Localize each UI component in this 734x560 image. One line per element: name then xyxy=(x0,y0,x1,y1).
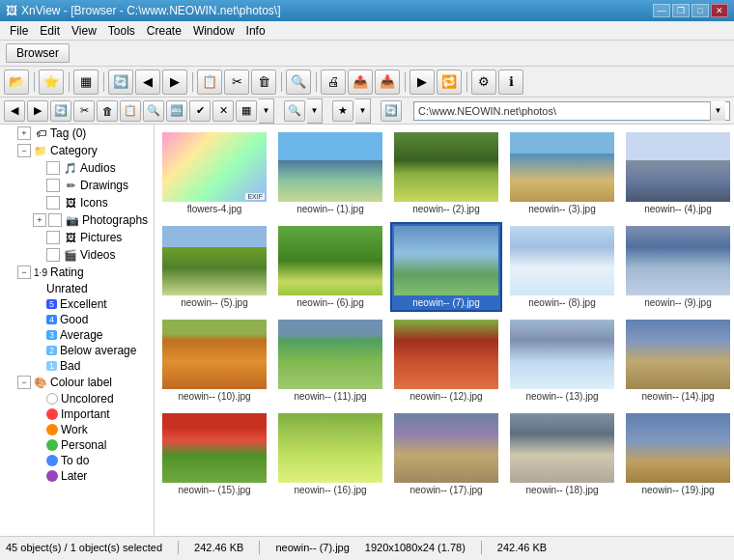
sidebar-item-rating[interactable]: − 1·9 Rating xyxy=(0,264,154,281)
image-cell-18[interactable]: neowin-- (18).jpg xyxy=(506,409,618,499)
sidebar-item-todo[interactable]: To do xyxy=(0,453,154,468)
checkbox-drawings[interactable] xyxy=(46,179,60,192)
convert-button[interactable]: 🔁 xyxy=(437,70,462,95)
nav-back-button[interactable]: ◀ xyxy=(4,100,25,122)
export-button[interactable]: 📤 xyxy=(348,70,373,95)
sidebar-item-icons[interactable]: 🖼 Icons xyxy=(0,194,154,211)
image-cell-7[interactable]: neowin-- (7).jpg xyxy=(390,222,502,312)
back-button[interactable]: ◀ xyxy=(135,70,160,95)
image-cell-9[interactable]: neowin-- (9).jpg xyxy=(622,222,734,312)
menu-tools[interactable]: Tools xyxy=(102,22,141,40)
expand-category[interactable]: − xyxy=(17,144,31,157)
sidebar-item-photographs[interactable]: + 📷 Photographs xyxy=(0,211,154,229)
image-cell-4[interactable]: neowin-- (4).jpg xyxy=(622,128,734,218)
slideshow-button[interactable]: ▶ xyxy=(409,70,435,95)
sidebar-item-pictures[interactable]: 🖼 Pictures xyxy=(0,229,154,246)
image-cell-10[interactable]: neowin-- (10).jpg xyxy=(158,316,270,406)
refresh2-button[interactable]: 🔄 xyxy=(381,100,402,122)
print-button[interactable]: 🖨 xyxy=(321,70,346,95)
info-button[interactable]: ℹ xyxy=(498,70,523,95)
sidebar-item-drawings[interactable]: ✏ Drawings xyxy=(0,177,154,194)
sidebar-toggle-button[interactable]: 📂 xyxy=(4,70,29,95)
menu-view[interactable]: View xyxy=(66,22,102,40)
menu-edit[interactable]: Edit xyxy=(34,22,66,40)
sidebar-item-important[interactable]: Important xyxy=(0,406,154,422)
expand-rating[interactable]: − xyxy=(17,266,31,279)
favorites-dropdown[interactable]: ▼ xyxy=(355,98,371,124)
grid-view-button[interactable]: ▦ xyxy=(236,100,257,122)
image-cell-11[interactable]: neowin-- (11).jpg xyxy=(274,316,386,406)
nav-forward-button[interactable]: ▶ xyxy=(27,100,48,122)
checkbox-pictures[interactable] xyxy=(46,231,60,244)
expand-colour[interactable]: − xyxy=(17,376,31,389)
sidebar-item-average[interactable]: 3 Average xyxy=(0,327,154,343)
browser-tab[interactable]: Browser xyxy=(6,43,70,63)
image-cell-0[interactable]: EXIFflowers-4.jpg xyxy=(158,128,270,218)
image-cell-19[interactable]: neowin-- (19).jpg xyxy=(622,409,734,499)
copy-button[interactable]: 📋 xyxy=(197,70,222,95)
add-favorite-button[interactable]: ⭐ xyxy=(39,70,64,95)
nav-delete-button[interactable]: 🗑 xyxy=(97,100,118,122)
refresh-button[interactable]: 🔄 xyxy=(108,70,133,95)
checkbox-photographs[interactable] xyxy=(48,213,62,227)
image-cell-6[interactable]: neowin-- (6).jpg xyxy=(274,222,386,312)
image-cell-15[interactable]: neowin-- (15).jpg xyxy=(158,409,270,499)
sidebar-item-tag[interactable]: + 🏷 Tag (0) xyxy=(0,125,154,142)
sidebar-item-uncolored[interactable]: Uncolored xyxy=(0,391,154,406)
image-cell-12[interactable]: neowin-- (12).jpg xyxy=(390,316,502,406)
view-dropdown[interactable]: ▼ xyxy=(259,98,274,124)
sidebar-item-category[interactable]: − 📁 Category xyxy=(0,142,154,159)
image-cell-16[interactable]: neowin-- (16).jpg xyxy=(274,409,386,499)
image-cell-13[interactable]: neowin-- (13).jpg xyxy=(506,316,618,406)
sidebar-item-bad[interactable]: 1 Bad xyxy=(0,358,154,374)
app-max-button[interactable]: □ xyxy=(692,4,709,17)
image-cell-2[interactable]: neowin-- (2).jpg xyxy=(390,128,502,218)
sidebar-item-excellent[interactable]: 5 Excellent xyxy=(0,296,154,312)
search-dropdown[interactable]: ▼ xyxy=(307,98,323,124)
image-cell-17[interactable]: neowin-- (17).jpg xyxy=(390,409,502,499)
import-button[interactable]: 📥 xyxy=(375,70,400,95)
sidebar-item-work[interactable]: Work xyxy=(0,422,154,437)
sort-button[interactable]: 🔤 xyxy=(166,100,187,122)
delete-button[interactable]: 🗑 xyxy=(251,70,276,95)
favorites-button[interactable]: ★ xyxy=(332,100,353,122)
menu-create[interactable]: Create xyxy=(141,22,187,40)
nav-up-button[interactable]: 🔄 xyxy=(50,100,71,122)
app-close-button[interactable]: ✕ xyxy=(711,4,728,17)
menu-file[interactable]: File xyxy=(4,22,34,40)
sidebar-item-unrated[interactable]: Unrated xyxy=(0,281,154,296)
sidebar-item-below-average[interactable]: 2 Below average xyxy=(0,343,154,358)
cut-button[interactable]: ✂ xyxy=(224,70,249,95)
image-cell-3[interactable]: neowin-- (3).jpg xyxy=(506,128,618,218)
settings-button[interactable]: ⚙ xyxy=(471,70,496,95)
forward-button[interactable]: ▶ xyxy=(162,70,187,95)
sidebar-item-later[interactable]: Later xyxy=(0,468,154,484)
menu-info[interactable]: Info xyxy=(240,22,271,40)
expand-tag[interactable]: + xyxy=(17,126,31,140)
deselect-button[interactable]: ✕ xyxy=(212,100,234,122)
zoom-in-button[interactable]: 🔍 xyxy=(286,70,311,95)
image-cell-14[interactable]: neowin-- (14).jpg xyxy=(622,316,734,406)
checkbox-icons[interactable] xyxy=(46,196,60,210)
sidebar-item-videos[interactable]: 🎬 Videos xyxy=(0,246,154,264)
app-restore-button[interactable]: ❐ xyxy=(672,4,690,17)
address-dropdown[interactable]: ▼ xyxy=(710,101,725,121)
address-bar[interactable]: C:\www.NEOWIN.net\photos\ ▼ xyxy=(413,101,730,121)
sidebar-item-colour[interactable]: − 🎨 Colour label xyxy=(0,374,154,391)
sidebar-item-personal[interactable]: Personal xyxy=(0,437,154,453)
checkbox-videos[interactable] xyxy=(46,248,60,262)
sidebar-item-audios[interactable]: 🎵 Audios xyxy=(0,159,154,177)
filter-button[interactable]: 🔍 xyxy=(143,100,164,122)
menu-window[interactable]: Window xyxy=(187,22,240,40)
image-cell-5[interactable]: neowin-- (5).jpg xyxy=(158,222,270,312)
checkbox-audios[interactable] xyxy=(46,161,60,175)
image-cell-8[interactable]: neowin-- (8).jpg xyxy=(506,222,618,312)
search-button[interactable]: 🔍 xyxy=(284,100,305,122)
select-all-button[interactable]: ✔ xyxy=(189,100,211,122)
nav-copy-button[interactable]: 📋 xyxy=(120,100,141,122)
nav-cut-button[interactable]: ✂ xyxy=(73,100,95,122)
image-cell-1[interactable]: neowin-- (1).jpg xyxy=(274,128,386,218)
expand-photographs[interactable]: + xyxy=(33,213,46,227)
view-thumbs-button[interactable]: ▦ xyxy=(73,70,99,95)
app-min-button[interactable]: — xyxy=(653,4,670,17)
